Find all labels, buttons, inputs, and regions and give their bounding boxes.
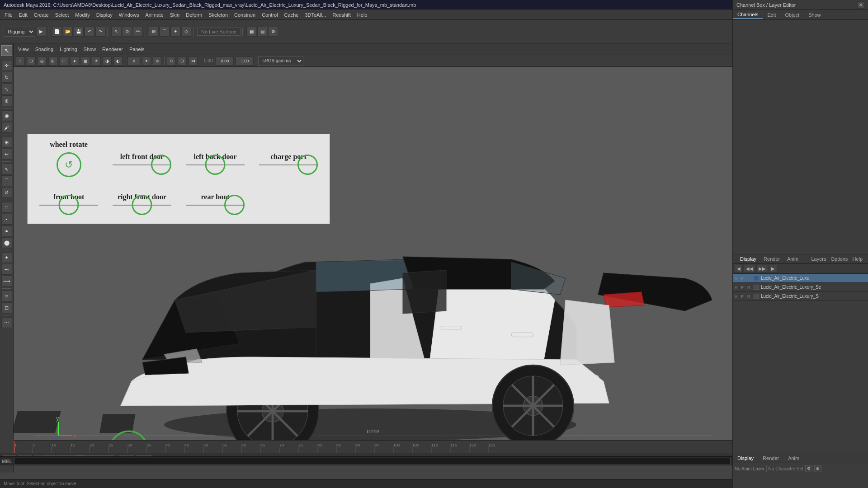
menu-animate[interactable]: Animate	[142, 11, 166, 19]
render-tab[interactable]: Render	[760, 255, 783, 263]
xray-active[interactable]: ⊕	[153, 56, 162, 66]
move-tool[interactable]: ✛	[1, 60, 12, 71]
scale-input[interactable]: 1.00	[236, 56, 254, 66]
bezier-curve[interactable]: Ƨ	[1, 187, 12, 198]
soft-select[interactable]: ◉	[1, 110, 12, 121]
new-file-btn[interactable]: 📄	[52, 27, 62, 37]
render-layer[interactable]: ⊡	[1, 302, 12, 313]
anim-settings-btn[interactable]: ⚙	[805, 465, 812, 472]
snap-surface-btn[interactable]: ◇	[181, 27, 191, 37]
select-tool-btn[interactable]: ↖	[111, 27, 121, 37]
object-tab[interactable]: Object	[780, 11, 804, 19]
cam-fit[interactable]: ⊡	[27, 56, 36, 66]
layers-opt[interactable]: Layers	[809, 255, 828, 263]
ao[interactable]: ◐	[113, 56, 123, 66]
edit-tab[interactable]: Edit	[763, 11, 780, 19]
layer-row-0[interactable]: V P Lucid_Air_Electric_Luxu	[733, 274, 868, 283]
channels-tab[interactable]: Channels	[733, 11, 763, 19]
fwd-btn[interactable]: ▶▶	[756, 265, 768, 272]
options-opt[interactable]: Options	[829, 255, 849, 263]
menu-file[interactable]: File	[2, 11, 15, 19]
menu-cache[interactable]: Cache	[282, 11, 302, 19]
last-btn[interactable]: ▶	[769, 265, 777, 272]
help-opt[interactable]: Help	[850, 255, 864, 263]
settings-btn[interactable]: ⚙	[268, 27, 278, 37]
poly-cylinder[interactable]: ⬤	[1, 237, 12, 248]
menu-control[interactable]: Control	[259, 11, 280, 19]
select-tool[interactable]: ↖	[1, 45, 12, 56]
show-tab[interactable]: Show	[804, 11, 826, 19]
transform-tool[interactable]: ⊕	[1, 95, 12, 106]
menu-constrain[interactable]: Constrain	[231, 11, 258, 19]
anim-tab[interactable]: Anim	[783, 255, 802, 263]
viewport-3d[interactable]: wheel rotate ↺ left front door left back…	[14, 67, 732, 463]
extra-tools[interactable]: ⋯	[1, 317, 12, 328]
menu-edit[interactable]: Edit	[16, 11, 30, 19]
ep-curve[interactable]: ⌒	[1, 175, 12, 186]
paint-tool-btn[interactable]: ✏	[133, 27, 143, 37]
redo-btn[interactable]: ↷	[95, 27, 105, 37]
show-manipulator[interactable]: ⊞	[1, 137, 12, 148]
coord-input[interactable]: 0.00	[216, 56, 234, 66]
menu-redshift[interactable]: Redshift	[330, 11, 353, 19]
snap-point-btn[interactable]: ✦	[170, 27, 180, 37]
show-menu[interactable]: Show	[81, 46, 99, 53]
xray[interactable]: X	[127, 56, 140, 66]
layer-btn[interactable]: ≡	[1, 291, 12, 301]
smooth-shade[interactable]: ●	[70, 56, 79, 66]
panels-menu[interactable]: Panels	[127, 46, 147, 53]
anim-anim[interactable]: Anim	[783, 455, 804, 462]
shading-menu[interactable]: Shading	[33, 46, 56, 53]
texture[interactable]: ▦	[81, 56, 90, 66]
menu-display[interactable]: Display	[94, 11, 115, 19]
close-panel-btn[interactable]: ✕	[857, 1, 864, 9]
view-menu[interactable]: View	[15, 46, 32, 53]
undo-btn[interactable]: ↶	[85, 27, 94, 37]
resolution[interactable]: ⊡	[178, 56, 187, 66]
menu-create[interactable]: Create	[31, 11, 52, 19]
menu-3dtoall[interactable]: 3DToAll...	[302, 11, 329, 19]
toolbar-btn-1[interactable]: ▶	[36, 27, 46, 37]
ipr-btn[interactable]: ▤	[257, 27, 267, 37]
save-file-btn[interactable]: 💾	[74, 27, 84, 37]
isolate[interactable]: ⊙	[167, 56, 176, 66]
poly-sphere[interactable]: ●	[1, 225, 12, 236]
lasso-tool-btn[interactable]: ⊙	[122, 27, 132, 37]
rear-boot-knob[interactable]	[224, 195, 245, 215]
anim-display[interactable]: Display	[733, 455, 758, 462]
paint-weight[interactable]: 🖌	[1, 122, 12, 133]
ik-spline[interactable]: ⟿	[1, 276, 12, 286]
left-back-door-knob[interactable]	[205, 155, 226, 175]
anim-extra-btn[interactable]: ⊕	[814, 465, 821, 472]
right-front-door-knob[interactable]	[132, 195, 152, 215]
renderer-menu[interactable]: Renderer	[99, 46, 126, 53]
wireframe[interactable]: □	[59, 56, 68, 66]
timeline[interactable]: 1 5 10 15 20 25 30 35 40	[14, 440, 732, 453]
menu-select[interactable]: Select	[52, 11, 72, 19]
shadows[interactable]: ◑	[103, 56, 112, 66]
scale-tool[interactable]: ⤡	[1, 84, 12, 94]
menu-deform[interactable]: Deform	[183, 11, 205, 19]
curve-tool[interactable]: ∿	[1, 164, 12, 174]
poly-plane[interactable]: □	[1, 202, 12, 213]
mel-input[interactable]	[14, 458, 731, 465]
joint-tool[interactable]: ✦	[1, 252, 12, 263]
render-btn[interactable]: ▦	[246, 27, 256, 37]
display-tab[interactable]: Display	[736, 255, 760, 263]
left-front-door-knob[interactable]	[151, 155, 171, 175]
anim-render-tab[interactable]: Render	[758, 455, 783, 462]
charge-port-knob[interactable]	[297, 155, 318, 175]
stereo[interactable]: ⋈	[189, 56, 198, 66]
ik-handle[interactable]: ⊸	[1, 264, 12, 275]
cam-home[interactable]: ⌂	[16, 56, 25, 66]
poly-cube[interactable]: ▪	[1, 214, 12, 225]
snap-grid-btn[interactable]: ⊞	[149, 27, 159, 37]
lighting-on[interactable]: ☀	[92, 56, 101, 66]
mode-dropdown[interactable]: Rigging	[4, 27, 35, 37]
xray-joints[interactable]: ✦	[142, 56, 151, 66]
last-tool[interactable]: ↩	[1, 149, 12, 160]
new-layer-btn[interactable]: ◀	[735, 265, 743, 272]
snap-curve-btn[interactable]: ⌒	[160, 27, 170, 37]
menu-skin[interactable]: Skin	[167, 11, 182, 19]
prev-btn[interactable]: ◀◀	[744, 265, 755, 272]
